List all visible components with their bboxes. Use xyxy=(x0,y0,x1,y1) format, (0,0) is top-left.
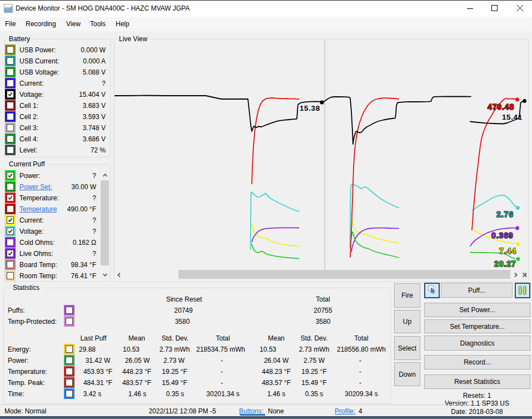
svg-text:15.41: 15.41 xyxy=(502,113,523,121)
svg-text:15.38: 15.38 xyxy=(300,104,320,112)
svg-text:0.369: 0.369 xyxy=(491,231,514,240)
svg-text:2.76: 2.76 xyxy=(496,210,514,219)
svg-text:7.44: 7.44 xyxy=(499,247,516,255)
svg-text:479.48: 479.48 xyxy=(488,102,514,111)
svg-text:20.27: 20.27 xyxy=(494,259,516,268)
